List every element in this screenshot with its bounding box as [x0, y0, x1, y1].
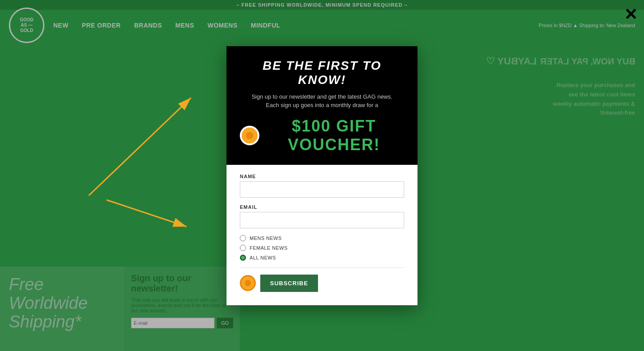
name-input[interactable]	[240, 181, 404, 198]
modal-header: BE THE FIRST TO KNOW! Sign up to our new…	[227, 46, 417, 165]
newsletter-modal: BE THE FIRST TO KNOW! Sign up to our new…	[227, 46, 417, 305]
voucher-text: $100 GIFT VOUCHER!	[264, 117, 404, 154]
subscribe-button[interactable]: SUBSCRIBE	[260, 275, 318, 292]
email-input[interactable]	[240, 212, 404, 228]
radio-mens-input[interactable]	[240, 235, 246, 241]
radio-all-input[interactable]	[240, 255, 246, 261]
radio-all-label: ALL NEWS	[250, 255, 276, 260]
modal-title: BE THE FIRST TO KNOW!	[240, 59, 404, 87]
radio-all: ALL NEWS	[240, 255, 404, 261]
radio-group: MENS NEWS FEMALE NEWS ALL NEWS	[240, 235, 404, 261]
voucher-row: $100 GIFT VOUCHER!	[240, 117, 404, 154]
name-field-group: NAME	[240, 174, 404, 198]
radio-female-label: FEMALE NEWS	[250, 245, 288, 251]
radio-mens-label: MENS NEWS	[250, 235, 282, 241]
close-button[interactable]: ✕	[624, 7, 637, 23]
email-field-group: EMAIL	[240, 204, 404, 228]
modal-body: NAME EMAIL MENS NEWS FEMALE NEWS ALL	[227, 165, 417, 305]
subscribe-coin-icon	[240, 275, 256, 291]
name-label: NAME	[240, 174, 404, 179]
radio-mens: MENS NEWS	[240, 235, 404, 241]
radio-female: FEMALE NEWS	[240, 245, 404, 251]
coin-icon	[240, 126, 259, 145]
coin-inner	[246, 132, 253, 139]
divider	[240, 267, 404, 268]
modal-backdrop: ✕ BE THE FIRST TO KNOW! Sign up to our n…	[0, 0, 644, 351]
email-label: EMAIL	[240, 204, 404, 210]
subscribe-coin-inner	[245, 280, 251, 286]
radio-female-input[interactable]	[240, 245, 246, 251]
modal-subtitle: Sign up to our newsletter and get the la…	[240, 92, 404, 110]
subscribe-row: SUBSCRIBE	[240, 275, 404, 292]
